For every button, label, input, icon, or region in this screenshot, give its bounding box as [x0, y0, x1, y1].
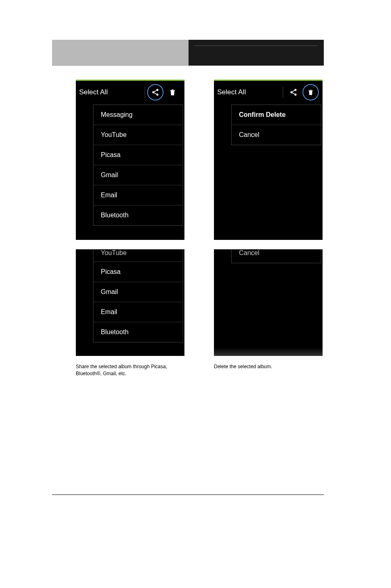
- share-button[interactable]: [147, 84, 164, 101]
- toolbar-divider: [283, 87, 283, 98]
- share-option-bluetooth[interactable]: Bluetooth: [93, 205, 183, 225]
- svg-point-1: [152, 91, 155, 93]
- toolbar-divider: [145, 87, 145, 98]
- share-option-email[interactable]: Email: [93, 302, 183, 322]
- select-all-label[interactable]: Select All: [217, 88, 281, 96]
- share-option-picasa[interactable]: Picasa: [93, 145, 183, 165]
- header-bar: [52, 40, 324, 66]
- delete-menu: Confirm Delete Cancel: [231, 105, 321, 145]
- share-option-youtube[interactable]: YouTube: [93, 249, 183, 262]
- svg-point-0: [157, 89, 159, 91]
- share-option-youtube[interactable]: YouTube: [93, 125, 183, 145]
- delete-icon-highlight: [302, 84, 319, 100]
- footer-divider: [52, 495, 324, 495]
- select-all-label[interactable]: Select All: [79, 88, 143, 96]
- svg-point-5: [295, 93, 297, 96]
- trash-icon: [307, 89, 314, 96]
- share-icon: [289, 88, 298, 96]
- cancel-option[interactable]: Cancel: [232, 125, 321, 145]
- share-menu: Messaging YouTube Picasa Gmail Email Blu…: [93, 105, 183, 226]
- share-option-bluetooth[interactable]: Bluetooth: [93, 322, 183, 342]
- share-option-email[interactable]: Email: [93, 185, 183, 205]
- share-icon: [151, 88, 159, 96]
- share-option-picasa[interactable]: Picasa: [93, 262, 183, 282]
- share-option-messaging[interactable]: Messaging: [93, 105, 183, 125]
- share-option-gmail[interactable]: Gmail: [93, 165, 183, 185]
- selection-toolbar: Select All: [214, 81, 323, 103]
- selection-toolbar: Select All: [76, 81, 184, 103]
- delete-screenshot-top: Select All Confirm Delete Cancel: [214, 80, 323, 240]
- confirm-delete-option[interactable]: Confirm Delete: [232, 105, 321, 125]
- svg-point-4: [291, 91, 293, 93]
- share-caption: Share the selected album through Picasa,…: [76, 363, 184, 377]
- svg-point-2: [157, 93, 159, 96]
- header-divider: [195, 46, 318, 46]
- gradient-edge: [214, 348, 323, 356]
- delete-button[interactable]: [164, 84, 181, 101]
- delete-screenshot-bottom: Cancel: [214, 249, 323, 356]
- share-menu-scrolled: YouTube Picasa Gmail Email Bluetooth: [93, 249, 183, 342]
- share-icon-highlight: [147, 84, 164, 100]
- delete-button[interactable]: [302, 84, 319, 101]
- header-tab-left: [52, 40, 189, 66]
- cancel-option-partial[interactable]: Cancel: [231, 249, 321, 263]
- delete-caption: Delete the selected album.: [214, 363, 323, 370]
- trash-icon: [169, 88, 176, 96]
- share-screenshot-bottom: YouTube Picasa Gmail Email Bluetooth: [76, 249, 184, 356]
- share-option-gmail[interactable]: Gmail: [93, 282, 183, 302]
- share-screenshot-top: Select All Messaging YouTube: [76, 80, 184, 240]
- share-button[interactable]: [285, 84, 302, 101]
- svg-point-3: [295, 89, 297, 91]
- header-tab-right: [189, 40, 324, 66]
